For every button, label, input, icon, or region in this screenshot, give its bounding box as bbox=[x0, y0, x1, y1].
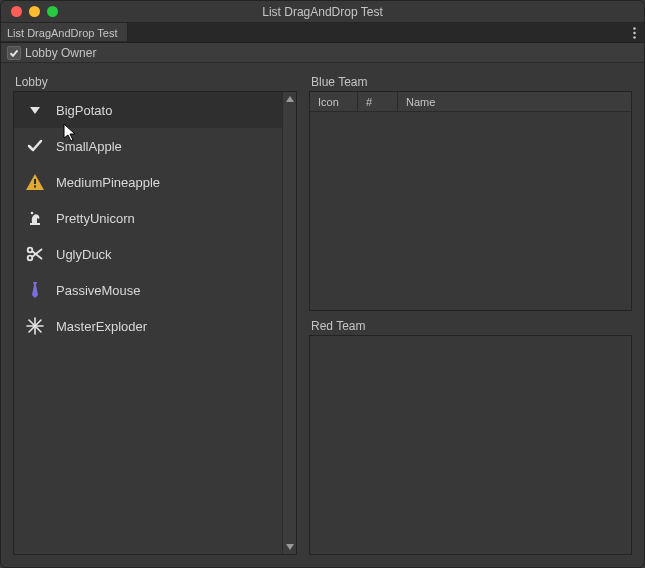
list-item-label: SmallApple bbox=[56, 139, 122, 154]
list-item[interactable]: MediumPineapple bbox=[14, 164, 282, 200]
chess-icon bbox=[24, 207, 46, 229]
list-item[interactable]: BigPotato bbox=[14, 92, 282, 128]
list-item[interactable]: SmallApple bbox=[14, 128, 282, 164]
blue-team-label: Blue Team bbox=[309, 75, 632, 89]
tabstrip: List DragAndDrop Test bbox=[1, 23, 644, 43]
tie-icon bbox=[24, 279, 46, 301]
check-icon bbox=[9, 48, 19, 58]
svg-marker-13 bbox=[32, 285, 38, 298]
lobby-panel: BigPotatoSmallAppleMediumPineapplePretty… bbox=[13, 91, 297, 555]
blue-team-box[interactable]: Icon # Name bbox=[309, 91, 632, 311]
teams-column: Blue Team Icon # Name Red Team bbox=[309, 75, 632, 555]
snowflake-icon bbox=[24, 315, 46, 337]
lobby-list[interactable]: BigPotatoSmallAppleMediumPineapplePretty… bbox=[14, 92, 282, 554]
minimize-window-button[interactable] bbox=[29, 6, 40, 17]
red-team-label: Red Team bbox=[309, 319, 632, 333]
red-team-box[interactable] bbox=[309, 335, 632, 555]
list-item[interactable]: MasterExploder bbox=[14, 308, 282, 344]
snip-icon bbox=[24, 243, 46, 265]
column-header-number[interactable]: # bbox=[358, 92, 398, 111]
lobby-owner-checkbox[interactable] bbox=[7, 46, 21, 60]
kebab-icon bbox=[633, 27, 636, 39]
warning-icon bbox=[24, 171, 46, 193]
column-header-icon[interactable]: Icon bbox=[310, 92, 358, 111]
list-item-label: MasterExploder bbox=[56, 319, 147, 334]
svg-marker-18 bbox=[286, 96, 294, 102]
list-item-label: BigPotato bbox=[56, 103, 112, 118]
lobby-label: Lobby bbox=[13, 75, 297, 89]
list-item-label: PassiveMouse bbox=[56, 283, 141, 298]
svg-point-1 bbox=[633, 31, 636, 34]
lobby-owner-label: Lobby Owner bbox=[25, 46, 96, 60]
scroll-up-button[interactable] bbox=[283, 92, 296, 106]
window-title: List DragAndDrop Test bbox=[1, 5, 644, 19]
list-item[interactable]: PassiveMouse bbox=[14, 272, 282, 308]
red-team-panel: Red Team bbox=[309, 319, 632, 555]
svg-point-7 bbox=[31, 212, 34, 215]
svg-marker-12 bbox=[33, 282, 37, 285]
scroll-down-button[interactable] bbox=[283, 540, 296, 554]
svg-rect-5 bbox=[34, 179, 36, 184]
svg-point-2 bbox=[633, 36, 636, 39]
svg-point-0 bbox=[633, 27, 636, 30]
tab-label: List DragAndDrop Test bbox=[7, 27, 117, 39]
list-item[interactable]: UglyDuck bbox=[14, 236, 282, 272]
lobby-column: Lobby BigPotatoSmallAppleMediumPineapple… bbox=[13, 75, 297, 555]
titlebar: List DragAndDrop Test bbox=[1, 1, 644, 23]
list-item[interactable]: PrettyUnicorn bbox=[14, 200, 282, 236]
svg-rect-6 bbox=[34, 186, 36, 188]
svg-marker-19 bbox=[286, 544, 294, 550]
svg-marker-3 bbox=[30, 107, 40, 114]
list-item-label: PrettyUnicorn bbox=[56, 211, 135, 226]
window-controls bbox=[1, 6, 58, 17]
check-icon bbox=[24, 135, 46, 157]
close-window-button[interactable] bbox=[11, 6, 22, 17]
tab-menu-button[interactable] bbox=[624, 23, 644, 42]
lobby-scrollbar[interactable] bbox=[282, 92, 296, 554]
list-item-label: MediumPineapple bbox=[56, 175, 160, 190]
column-header-name[interactable]: Name bbox=[398, 92, 631, 111]
zoom-window-button[interactable] bbox=[47, 6, 58, 17]
list-item-label: UglyDuck bbox=[56, 247, 112, 262]
caret-down-icon bbox=[24, 99, 46, 121]
blue-team-panel: Blue Team Icon # Name bbox=[309, 75, 632, 311]
toolbar: Lobby Owner bbox=[1, 43, 644, 63]
content-area: Lobby BigPotatoSmallAppleMediumPineapple… bbox=[1, 63, 644, 567]
blue-team-table-header: Icon # Name bbox=[310, 92, 631, 112]
tab-list-drag-and-drop-test[interactable]: List DragAndDrop Test bbox=[1, 23, 128, 41]
